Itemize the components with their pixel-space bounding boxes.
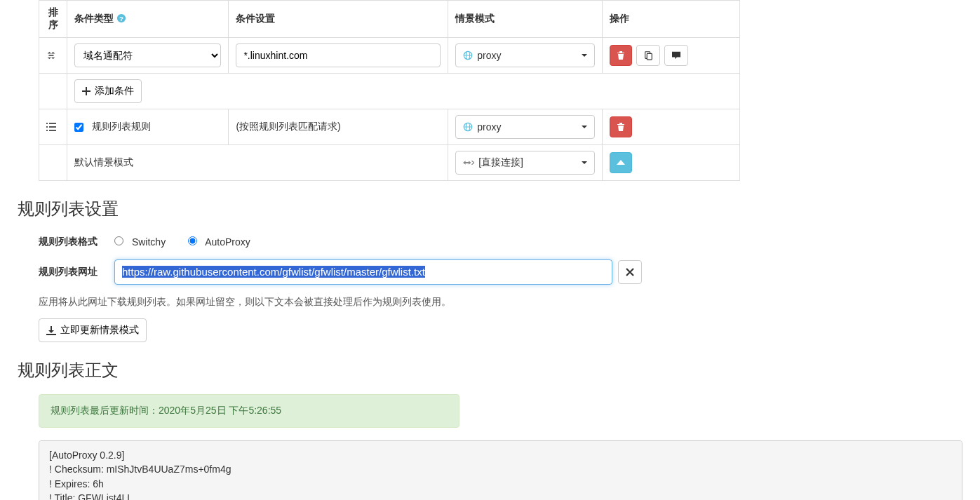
format-autoproxy-option[interactable]: AutoProxy [188, 236, 250, 248]
rule-list-label: 规则列表规则 [92, 121, 151, 132]
close-icon [626, 268, 634, 276]
update-profile-button[interactable]: 立即更新情景模式 [39, 318, 147, 342]
trash-icon [617, 50, 625, 60]
clear-url-button[interactable] [618, 260, 642, 284]
profile-dropdown[interactable]: proxy [455, 115, 595, 139]
clipboard-icon [643, 50, 653, 60]
rule-list-checkbox[interactable] [74, 123, 83, 132]
help-icon[interactable]: ? [116, 13, 126, 24]
profile-dropdown[interactable]: proxy [455, 43, 595, 67]
profile-dropdown[interactable]: [直接连接] [455, 151, 595, 175]
rule-list-content[interactable]: [AutoProxy 0.2.9] ! Checksum: mIShJtvB4U… [39, 440, 962, 500]
direct-icon [463, 159, 474, 166]
rule-list-format-row: 规则列表格式 Switchy AutoProxy [18, 233, 962, 257]
svg-rect-10 [46, 126, 48, 128]
delete-button[interactable] [610, 116, 632, 137]
chevron-down-icon [582, 54, 587, 57]
drag-handle-icon[interactable] [46, 50, 60, 60]
chevron-down-icon [582, 161, 587, 164]
format-switchy-option[interactable]: Switchy [114, 236, 168, 248]
last-update-alert: 规则列表最后更新时间：2020年5月25日 下午5:26:55 [39, 394, 459, 428]
rule-list-url-input[interactable]: https://raw.githubusercontent.com/gfwlis… [114, 259, 612, 285]
collapse-button[interactable] [610, 152, 632, 173]
comment-icon [671, 51, 681, 60]
add-condition-row: 添加条件 [39, 74, 740, 109]
condition-row: 域名通配符 proxy [39, 38, 740, 74]
svg-rect-13 [49, 130, 56, 131]
globe-icon [463, 122, 473, 132]
default-profile-row: 默认情景模式 [直接连接] [39, 145, 740, 181]
url-label: 规则列表网址 [39, 266, 114, 278]
plus-icon [82, 87, 90, 95]
chevron-down-icon [582, 126, 587, 128]
default-profile-label: 默认情景模式 [67, 145, 448, 181]
svg-rect-2 [49, 55, 54, 56]
format-switchy-radio[interactable] [114, 236, 123, 245]
add-condition-button[interactable]: 添加条件 [74, 79, 142, 103]
rule-list-text-heading: 规则列表正文 [18, 359, 962, 381]
clone-button[interactable] [636, 45, 660, 66]
rule-list-settings-heading: 规则列表设置 [18, 198, 962, 220]
rule-list-setting: (按照规则列表匹配请求) [229, 109, 448, 145]
rule-list-url-row: 规则列表网址 https://raw.githubusercontent.com… [18, 257, 962, 293]
condition-type-select[interactable]: 域名通配符 [74, 43, 221, 67]
url-description: 应用将从此网址下载规则列表。如果网址留空，则以下文本会被直接处理后作为规则列表使… [39, 296, 962, 309]
trash-icon [617, 122, 625, 132]
rule-list-row: 规则列表规则 (按照规则列表匹配请求) proxy [39, 109, 740, 145]
svg-rect-11 [49, 126, 56, 128]
th-sort: 排序 [39, 1, 67, 38]
conditions-table: 排序 条件类型 ? 条件设置 情景模式 操作 域名通配符 [39, 0, 740, 181]
chevron-up-icon [617, 160, 625, 165]
globe-icon [463, 50, 473, 60]
download-icon [46, 326, 56, 335]
note-button[interactable] [664, 45, 688, 66]
th-setting: 条件设置 [229, 1, 448, 38]
svg-rect-9 [49, 123, 56, 124]
list-icon [46, 123, 60, 131]
format-autoproxy-radio[interactable] [188, 236, 197, 245]
svg-rect-8 [46, 123, 48, 124]
svg-rect-12 [46, 130, 48, 131]
th-type: 条件类型 ? [67, 1, 229, 38]
delete-button[interactable] [610, 45, 632, 66]
condition-setting-input[interactable] [236, 43, 441, 67]
svg-text:?: ? [119, 15, 123, 22]
th-action: 操作 [603, 1, 740, 38]
format-label: 规则列表格式 [39, 236, 114, 248]
svg-rect-7 [647, 53, 652, 60]
th-profile: 情景模式 [448, 1, 603, 38]
